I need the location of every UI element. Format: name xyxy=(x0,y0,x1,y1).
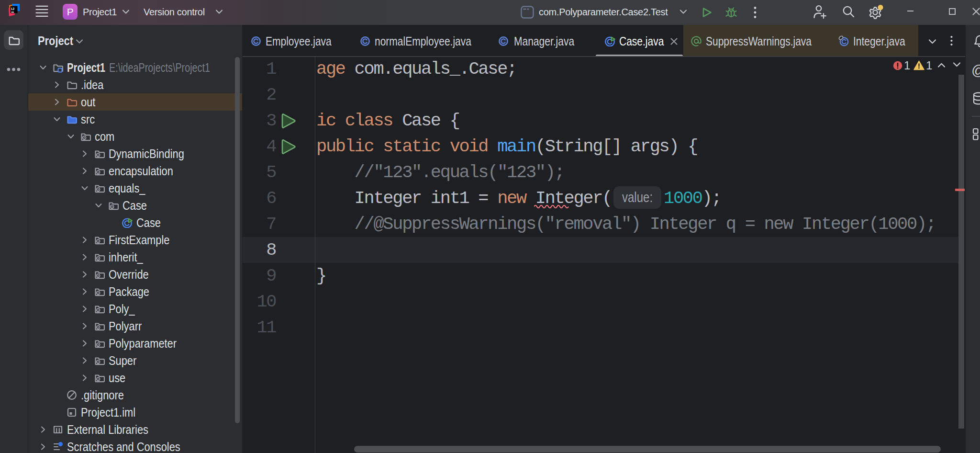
svg-text:IJ: IJ xyxy=(11,7,14,11)
